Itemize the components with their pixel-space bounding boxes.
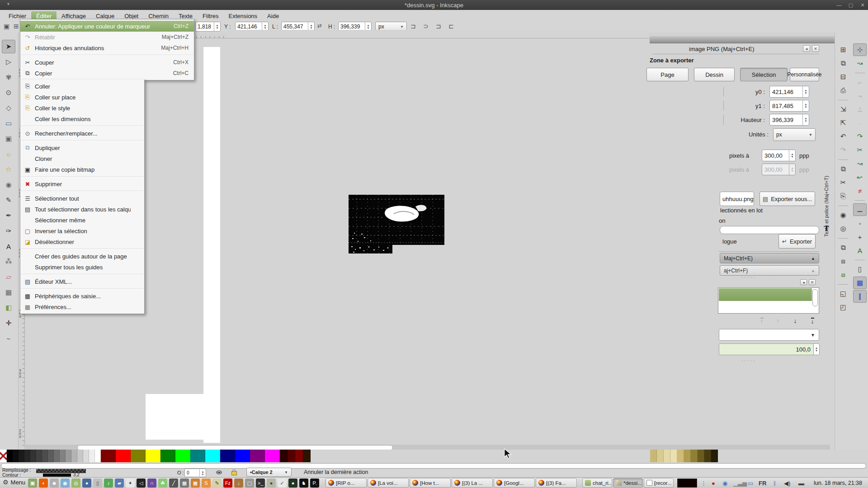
fit-drawing-icon[interactable]: ◰ (836, 301, 850, 314)
palette-swatch[interactable] (60, 450, 66, 462)
menu-item[interactable]: ⧉Dupliquer (20, 142, 144, 153)
taskbar-window-5[interactable]: [Googl... (494, 478, 535, 488)
node-dot-icon[interactable]: ◦ (853, 217, 867, 230)
menu-item[interactable]: ⎘Coller (20, 81, 144, 92)
palette-swatch[interactable] (0, 450, 7, 462)
export-area-page-button[interactable]: Page (646, 68, 689, 81)
palette-swatch[interactable] (116, 450, 131, 462)
dock-grab-bar[interactable] (650, 36, 835, 43)
menu-item[interactable]: ↶Annuler: Appliquer une couleur de marqu… (20, 21, 194, 32)
record-dot[interactable]: ● (712, 479, 715, 488)
palette-swatch[interactable] (190, 450, 205, 462)
node-cut-icon[interactable]: ✂ (853, 144, 867, 156)
windows-icon[interactable]: ⧉ (836, 241, 850, 254)
bucket-tool[interactable]: ▦ (2, 286, 15, 299)
page-border-icon[interactable]: ▯ (853, 263, 867, 276)
menu-item[interactable]: Sélectionner même (20, 215, 144, 225)
palette-swatch[interactable] (288, 450, 295, 462)
y1-spinner[interactable]: ▲▼ (802, 100, 809, 111)
palette-swatch[interactable] (265, 450, 280, 462)
x-spinner[interactable]: ▲▼ (214, 22, 220, 31)
palette-swatch[interactable] (657, 450, 664, 462)
taskbar-window-4[interactable]: [(3) La ... (452, 478, 493, 488)
selected-bitmap-image[interactable] (349, 194, 444, 254)
launcher-package-icon[interactable]: ↓ (234, 479, 243, 488)
dock-handle[interactable]: ····· (741, 358, 756, 363)
launcher-ghost-icon[interactable]: ☻ (50, 479, 59, 488)
menu-item[interactable]: Créer des guides autour de la page (20, 251, 144, 262)
palette-swatch[interactable] (83, 450, 89, 462)
menu-item[interactable]: Supprimer tous les guides (20, 262, 144, 272)
menu-item[interactable]: Cloner (20, 153, 144, 164)
measure-tool[interactable]: ◇ (2, 101, 15, 115)
y1-input[interactable]: 817,485 ▲▼ (769, 100, 809, 112)
redo-icon[interactable]: ↷ (836, 144, 850, 156)
taskbar-window-7[interactable]: chat_ri... (582, 478, 612, 488)
zoom-drawing-icon[interactable]: ◎ (836, 222, 850, 235)
curve-handle2-icon[interactable]: ↜ (853, 171, 867, 183)
collapsed-dialog-fill-stroke[interactable]: aj+Ctrl+F) ▲ (720, 265, 819, 276)
palette-swatch[interactable] (19, 450, 24, 462)
curve-icon[interactable]: ↷ (853, 130, 867, 143)
units-dropdown[interactable]: px ▼ (773, 128, 816, 141)
calligraphy-tool[interactable]: ✑ (2, 224, 15, 238)
layer-raise-top-icon[interactable]: ↑ (756, 316, 768, 325)
dropper-tool[interactable]: ✛ (2, 316, 15, 330)
palette-swatch[interactable] (30, 450, 36, 462)
palette-swatch[interactable] (160, 450, 175, 462)
grid-toggle-icon[interactable]: ▦ (853, 277, 867, 289)
dock-undock-icon[interactable]: ◂ (803, 45, 810, 52)
menu-item[interactable]: ⎘Coller sur place (20, 92, 144, 103)
taskbar-clock[interactable]: lun. 18 mars, 21:38 (814, 480, 862, 486)
import-icon[interactable]: ⇲ (836, 103, 850, 116)
dock-handle[interactable]: ····· (741, 274, 756, 280)
menu-item[interactable]: ◪Désélectionner (20, 236, 144, 247)
collapsed-dialog-export[interactable]: Maj+Ctrl+E) ▲ (720, 253, 819, 263)
rect-tool[interactable]: ▭ (2, 117, 15, 130)
menu-item[interactable]: ✖Supprimer (20, 178, 144, 189)
current-layer-dropdown[interactable]: •Calque 2 ▼ (246, 468, 292, 477)
object-opacity-spinner[interactable]: ▲▼ (199, 469, 206, 476)
layer-opacity-field[interactable]: 100,0 (719, 343, 814, 355)
system-monitor[interactable] (677, 479, 697, 488)
palette-swatch[interactable] (7, 450, 13, 462)
launcher-pen-icon[interactable]: ╱ (169, 479, 178, 488)
object-opacity-spinbox[interactable]: 0 ▲▼ (184, 469, 206, 477)
launcher-files-icon[interactable]: ▣ (28, 479, 37, 488)
menu-item[interactable]: ⎘Coller le style (20, 103, 144, 113)
fit-selection-icon[interactable]: ◱ (836, 287, 850, 300)
flip-icon[interactable]: ⊏ (448, 23, 454, 30)
palette-swatch[interactable] (691, 450, 698, 462)
dock-close-icon[interactable]: ✕ (812, 45, 819, 52)
taskbar-window-9[interactable]: [recor... (644, 478, 674, 488)
menu-item[interactable]: ▩Préférences... (20, 301, 144, 312)
palette-swatch[interactable] (77, 450, 83, 462)
text-font-tab[interactable]: Texte et police (Maj+Ctrl+T) (821, 47, 832, 237)
palette-swatch[interactable] (295, 450, 303, 462)
volume[interactable]: ◀) (784, 479, 790, 488)
palette-swatch[interactable] (66, 450, 71, 462)
palette-swatch[interactable] (250, 450, 265, 462)
launcher-sphere-icon[interactable]: ● (267, 479, 276, 488)
signal-bars[interactable]: ▁▃▅ (733, 479, 747, 488)
menu-item[interactable]: Coller les dimensions (20, 113, 144, 124)
insert-node-icon[interactable]: ⊹ (853, 43, 867, 56)
overflow-dots[interactable]: ⋮ (701, 479, 707, 488)
node-tool[interactable]: ▷ (2, 55, 15, 69)
menu-item[interactable]: ⧉CopierCtrl+C (20, 68, 194, 79)
taskbar-window-6[interactable]: [(3) Fa... (536, 478, 577, 488)
hatch-icon[interactable]: ≠ (853, 184, 867, 197)
palette-swatch[interactable] (684, 450, 691, 462)
blend-mode-dropdown[interactable]: ▼ (719, 329, 819, 341)
layers-close-icon[interactable]: ✕ (809, 279, 816, 285)
menu-item[interactable]: ▤Tout sélectionner dans tous les calques (20, 204, 144, 215)
palette-swatch[interactable] (54, 450, 60, 462)
launcher-spiral-green-icon[interactable]: ◎ (71, 479, 80, 488)
guides-toggle-icon[interactable]: ∥ (853, 290, 867, 303)
layer-lower-icon[interactable]: ↓ (789, 316, 801, 325)
layer-visibility-icon[interactable] (216, 470, 222, 474)
minimize-button[interactable]: — (835, 1, 844, 9)
text-style-icon[interactable]: A (853, 244, 867, 257)
palette-swatch[interactable] (36, 450, 42, 462)
menu-item[interactable]: ↷RétablirMaj+Ctrl+Z (20, 32, 194, 42)
